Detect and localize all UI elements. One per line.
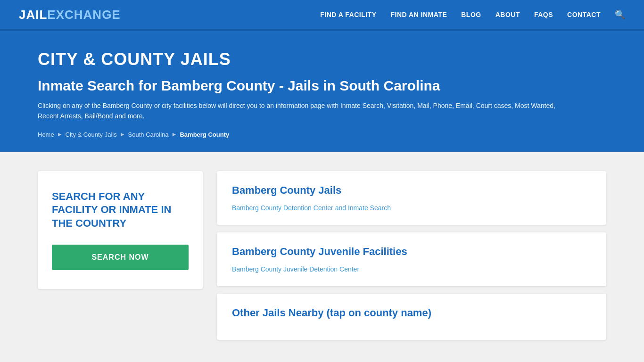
facility-card-other: Other Jails Nearby (tap on county name) — [217, 294, 606, 340]
breadcrumb-sep-3: ► — [172, 131, 177, 138]
breadcrumb-home[interactable]: Home — [38, 131, 54, 138]
facility-jails-title[interactable]: Bamberg County Jails — [232, 184, 591, 197]
search-now-button[interactable]: SEARCH NOW — [52, 245, 189, 270]
nav-find-inmate[interactable]: FIND AN INMATE — [390, 11, 447, 18]
hero-title: Inmate Search for Bamberg County - Jails… — [38, 78, 606, 94]
facility-list: Bamberg County Jails Bamberg County Dete… — [217, 171, 606, 340]
facility-other-title[interactable]: Other Jails Nearby (tap on county name) — [232, 307, 591, 319]
breadcrumb-current: Bamberg County — [180, 131, 229, 138]
facility-juvenile-title[interactable]: Bamberg County Juvenile Facilities — [232, 246, 591, 258]
nav-about[interactable]: ABOUT — [495, 11, 520, 18]
site-logo[interactable]: JAILEXCHANGE — [19, 8, 121, 22]
site-header: JAILEXCHANGE FIND A FACILITY FIND AN INM… — [0, 0, 644, 31]
main-nav: FIND A FACILITY FIND AN INMATE BLOG ABOU… — [320, 9, 625, 20]
facility-card-jails: Bamberg County Jails Bamberg County Dete… — [217, 171, 606, 225]
nav-blog[interactable]: BLOG — [461, 11, 481, 18]
hero-description: Clicking on any of the Bamberg County or… — [38, 100, 556, 122]
search-icon[interactable]: 🔍 — [615, 9, 625, 20]
hero-section: CITY & COUNTY JAILS Inmate Search for Ba… — [0, 31, 644, 152]
facility-card-juvenile: Bamberg County Juvenile Facilities Bambe… — [217, 232, 606, 286]
breadcrumb-south-carolina[interactable]: South Carolina — [128, 131, 169, 138]
breadcrumb-sep-1: ► — [57, 131, 63, 138]
search-box-title: SEARCH FOR ANY FACILITY OR INMATE IN THE… — [52, 190, 189, 230]
nav-contact[interactable]: CONTACT — [567, 11, 601, 18]
facility-jails-link-1[interactable]: Bamberg County Detention Center and Inma… — [232, 204, 591, 212]
main-content: SEARCH FOR ANY FACILITY OR INMATE IN THE… — [0, 152, 644, 359]
facility-juvenile-link-1[interactable]: Bamberg County Juvenile Detention Center — [232, 265, 591, 273]
sidebar: SEARCH FOR ANY FACILITY OR INMATE IN THE… — [38, 171, 203, 340]
breadcrumb: Home ► City & County Jails ► South Carol… — [38, 131, 606, 138]
breadcrumb-city-county[interactable]: City & County Jails — [66, 131, 117, 138]
logo-exchange: EXCHANGE — [47, 8, 120, 22]
hero-category: CITY & COUNTY JAILS — [38, 49, 606, 69]
nav-faqs[interactable]: FAQs — [534, 11, 553, 18]
logo-jail: JAIL — [19, 8, 47, 22]
search-box: SEARCH FOR ANY FACILITY OR INMATE IN THE… — [38, 171, 203, 289]
nav-find-facility[interactable]: FIND A FACILITY — [320, 11, 376, 18]
breadcrumb-sep-2: ► — [120, 131, 125, 138]
